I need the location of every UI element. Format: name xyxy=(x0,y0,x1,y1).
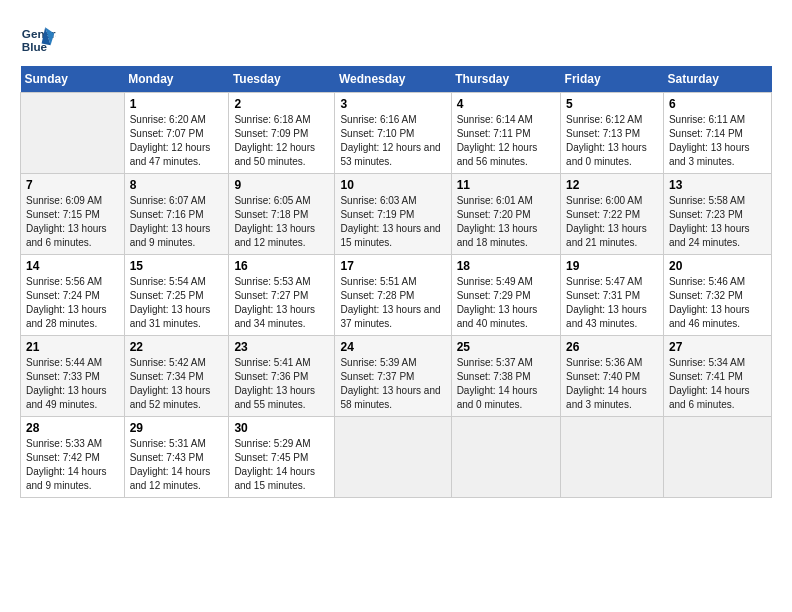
day-info: Sunrise: 5:39 AMSunset: 7:37 PMDaylight:… xyxy=(340,356,445,412)
calendar-cell xyxy=(21,93,125,174)
calendar-header: SundayMondayTuesdayWednesdayThursdayFrid… xyxy=(21,66,772,93)
header-cell-saturday: Saturday xyxy=(663,66,771,93)
day-number: 16 xyxy=(234,259,329,273)
day-info: Sunrise: 5:34 AMSunset: 7:41 PMDaylight:… xyxy=(669,356,766,412)
day-number: 25 xyxy=(457,340,555,354)
header-cell-tuesday: Tuesday xyxy=(229,66,335,93)
page-header: General Blue xyxy=(20,20,772,56)
calendar-cell: 8Sunrise: 6:07 AMSunset: 7:16 PMDaylight… xyxy=(124,174,229,255)
day-number: 21 xyxy=(26,340,119,354)
day-number: 10 xyxy=(340,178,445,192)
calendar-cell: 28Sunrise: 5:33 AMSunset: 7:42 PMDayligh… xyxy=(21,417,125,498)
day-info: Sunrise: 6:14 AMSunset: 7:11 PMDaylight:… xyxy=(457,113,555,169)
logo: General Blue xyxy=(20,20,60,56)
calendar-week: 28Sunrise: 5:33 AMSunset: 7:42 PMDayligh… xyxy=(21,417,772,498)
day-number: 22 xyxy=(130,340,224,354)
day-info: Sunrise: 6:12 AMSunset: 7:13 PMDaylight:… xyxy=(566,113,658,169)
calendar-cell: 13Sunrise: 5:58 AMSunset: 7:23 PMDayligh… xyxy=(663,174,771,255)
calendar-cell: 15Sunrise: 5:54 AMSunset: 7:25 PMDayligh… xyxy=(124,255,229,336)
day-number: 27 xyxy=(669,340,766,354)
day-number: 26 xyxy=(566,340,658,354)
calendar-cell: 21Sunrise: 5:44 AMSunset: 7:33 PMDayligh… xyxy=(21,336,125,417)
day-number: 18 xyxy=(457,259,555,273)
day-number: 24 xyxy=(340,340,445,354)
day-number: 15 xyxy=(130,259,224,273)
day-number: 14 xyxy=(26,259,119,273)
header-cell-wednesday: Wednesday xyxy=(335,66,451,93)
day-number: 19 xyxy=(566,259,658,273)
calendar-cell: 20Sunrise: 5:46 AMSunset: 7:32 PMDayligh… xyxy=(663,255,771,336)
calendar-cell: 16Sunrise: 5:53 AMSunset: 7:27 PMDayligh… xyxy=(229,255,335,336)
calendar-cell: 3Sunrise: 6:16 AMSunset: 7:10 PMDaylight… xyxy=(335,93,451,174)
day-number: 11 xyxy=(457,178,555,192)
day-number: 28 xyxy=(26,421,119,435)
calendar-cell xyxy=(561,417,664,498)
calendar-cell: 11Sunrise: 6:01 AMSunset: 7:20 PMDayligh… xyxy=(451,174,560,255)
calendar-cell xyxy=(451,417,560,498)
calendar-week: 7Sunrise: 6:09 AMSunset: 7:15 PMDaylight… xyxy=(21,174,772,255)
day-info: Sunrise: 6:16 AMSunset: 7:10 PMDaylight:… xyxy=(340,113,445,169)
calendar-cell: 18Sunrise: 5:49 AMSunset: 7:29 PMDayligh… xyxy=(451,255,560,336)
calendar-cell: 22Sunrise: 5:42 AMSunset: 7:34 PMDayligh… xyxy=(124,336,229,417)
day-number: 20 xyxy=(669,259,766,273)
day-number: 1 xyxy=(130,97,224,111)
day-number: 17 xyxy=(340,259,445,273)
day-info: Sunrise: 6:11 AMSunset: 7:14 PMDaylight:… xyxy=(669,113,766,169)
day-info: Sunrise: 6:09 AMSunset: 7:15 PMDaylight:… xyxy=(26,194,119,250)
day-info: Sunrise: 5:49 AMSunset: 7:29 PMDaylight:… xyxy=(457,275,555,331)
day-info: Sunrise: 6:01 AMSunset: 7:20 PMDaylight:… xyxy=(457,194,555,250)
day-info: Sunrise: 5:54 AMSunset: 7:25 PMDaylight:… xyxy=(130,275,224,331)
day-info: Sunrise: 5:47 AMSunset: 7:31 PMDaylight:… xyxy=(566,275,658,331)
calendar-cell: 14Sunrise: 5:56 AMSunset: 7:24 PMDayligh… xyxy=(21,255,125,336)
calendar-cell: 29Sunrise: 5:31 AMSunset: 7:43 PMDayligh… xyxy=(124,417,229,498)
calendar-cell: 1Sunrise: 6:20 AMSunset: 7:07 PMDaylight… xyxy=(124,93,229,174)
day-number: 5 xyxy=(566,97,658,111)
day-info: Sunrise: 5:53 AMSunset: 7:27 PMDaylight:… xyxy=(234,275,329,331)
day-number: 8 xyxy=(130,178,224,192)
day-info: Sunrise: 6:07 AMSunset: 7:16 PMDaylight:… xyxy=(130,194,224,250)
day-info: Sunrise: 5:37 AMSunset: 7:38 PMDaylight:… xyxy=(457,356,555,412)
day-number: 13 xyxy=(669,178,766,192)
calendar-cell: 25Sunrise: 5:37 AMSunset: 7:38 PMDayligh… xyxy=(451,336,560,417)
calendar-cell: 23Sunrise: 5:41 AMSunset: 7:36 PMDayligh… xyxy=(229,336,335,417)
day-info: Sunrise: 6:03 AMSunset: 7:19 PMDaylight:… xyxy=(340,194,445,250)
calendar-cell: 9Sunrise: 6:05 AMSunset: 7:18 PMDaylight… xyxy=(229,174,335,255)
calendar-cell: 19Sunrise: 5:47 AMSunset: 7:31 PMDayligh… xyxy=(561,255,664,336)
calendar-cell: 26Sunrise: 5:36 AMSunset: 7:40 PMDayligh… xyxy=(561,336,664,417)
calendar-table: SundayMondayTuesdayWednesdayThursdayFrid… xyxy=(20,66,772,498)
day-info: Sunrise: 5:56 AMSunset: 7:24 PMDaylight:… xyxy=(26,275,119,331)
day-number: 23 xyxy=(234,340,329,354)
calendar-cell: 7Sunrise: 6:09 AMSunset: 7:15 PMDaylight… xyxy=(21,174,125,255)
day-number: 9 xyxy=(234,178,329,192)
day-number: 2 xyxy=(234,97,329,111)
day-number: 3 xyxy=(340,97,445,111)
day-info: Sunrise: 5:31 AMSunset: 7:43 PMDaylight:… xyxy=(130,437,224,493)
day-info: Sunrise: 5:44 AMSunset: 7:33 PMDaylight:… xyxy=(26,356,119,412)
calendar-week: 21Sunrise: 5:44 AMSunset: 7:33 PMDayligh… xyxy=(21,336,772,417)
calendar-week: 1Sunrise: 6:20 AMSunset: 7:07 PMDaylight… xyxy=(21,93,772,174)
day-info: Sunrise: 5:36 AMSunset: 7:40 PMDaylight:… xyxy=(566,356,658,412)
calendar-body: 1Sunrise: 6:20 AMSunset: 7:07 PMDaylight… xyxy=(21,93,772,498)
calendar-cell: 17Sunrise: 5:51 AMSunset: 7:28 PMDayligh… xyxy=(335,255,451,336)
calendar-cell xyxy=(335,417,451,498)
day-number: 6 xyxy=(669,97,766,111)
header-row: SundayMondayTuesdayWednesdayThursdayFrid… xyxy=(21,66,772,93)
header-cell-friday: Friday xyxy=(561,66,664,93)
day-info: Sunrise: 6:20 AMSunset: 7:07 PMDaylight:… xyxy=(130,113,224,169)
day-info: Sunrise: 6:05 AMSunset: 7:18 PMDaylight:… xyxy=(234,194,329,250)
day-info: Sunrise: 5:58 AMSunset: 7:23 PMDaylight:… xyxy=(669,194,766,250)
calendar-cell xyxy=(663,417,771,498)
calendar-week: 14Sunrise: 5:56 AMSunset: 7:24 PMDayligh… xyxy=(21,255,772,336)
day-number: 29 xyxy=(130,421,224,435)
day-info: Sunrise: 5:42 AMSunset: 7:34 PMDaylight:… xyxy=(130,356,224,412)
day-info: Sunrise: 6:00 AMSunset: 7:22 PMDaylight:… xyxy=(566,194,658,250)
day-info: Sunrise: 5:46 AMSunset: 7:32 PMDaylight:… xyxy=(669,275,766,331)
header-cell-monday: Monday xyxy=(124,66,229,93)
calendar-cell: 30Sunrise: 5:29 AMSunset: 7:45 PMDayligh… xyxy=(229,417,335,498)
day-info: Sunrise: 5:51 AMSunset: 7:28 PMDaylight:… xyxy=(340,275,445,331)
day-info: Sunrise: 5:29 AMSunset: 7:45 PMDaylight:… xyxy=(234,437,329,493)
header-cell-thursday: Thursday xyxy=(451,66,560,93)
day-number: 7 xyxy=(26,178,119,192)
calendar-cell: 5Sunrise: 6:12 AMSunset: 7:13 PMDaylight… xyxy=(561,93,664,174)
day-number: 4 xyxy=(457,97,555,111)
